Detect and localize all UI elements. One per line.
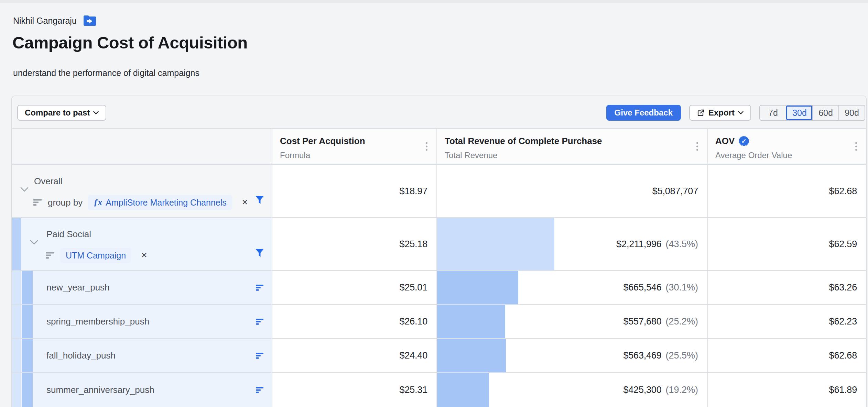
aov-value: $61.89 [829,385,857,395]
formula-fx-icon: ƒx [94,198,102,207]
breadcrumb-owner[interactable]: Nikhil Gangaraju [13,16,77,26]
row-label[interactable]: Overall [34,176,62,187]
row-label[interactable]: spring_membership_push [46,316,149,327]
indent-strip [12,218,21,270]
group-by-bars-icon[interactable] [256,284,264,291]
export-button[interactable]: Export [689,105,751,121]
column-menu-icon[interactable] [855,142,857,151]
collapse-row-icon[interactable] [20,187,29,192]
cpa-value: $24.40 [400,350,427,361]
aov-value: $62.68 [829,186,857,197]
header-cell-aov[interactable]: AOV ✓ Average Order Value [707,129,866,164]
revenue-bar [437,305,505,338]
row-label[interactable]: new_year_push [46,282,110,293]
indent-strip [22,271,33,304]
cell-revenue[interactable]: $563,469 (25.5%) [436,339,707,372]
column-menu-icon[interactable] [696,142,698,151]
column-title: Cost Per Acquistion [280,136,365,146]
revenue-value: $425,300 [623,385,661,395]
cell-aov[interactable]: $62.23 [707,305,866,338]
revenue-bar [437,373,489,407]
header-cell-cpa[interactable]: Cost Per Acquistion Formula [272,129,436,164]
compare-to-past-button[interactable]: Compare to past [17,105,106,121]
column-subtitle: Total Revenue [445,151,707,160]
chevron-down-icon [93,111,99,114]
cell-aov[interactable]: $61.89 [707,373,866,407]
remove-chip-icon[interactable]: ✕ [141,251,147,260]
chevron-down-icon [738,111,744,114]
verified-badge-icon: ✓ [739,136,749,146]
cell-cpa[interactable]: $25.18 [272,218,436,270]
indent-strip [22,373,33,407]
column-title: Total Revenue of Complete Purchase [445,136,602,146]
cpa-value: $26.10 [400,316,427,327]
cell-aov[interactable]: $62.59 [707,218,866,270]
group-by-bars-icon [33,199,42,206]
cell-revenue[interactable]: $425,300 (19.2%) [436,373,707,407]
analysis-panel: Compare to past Give Feedback Export 7d … [11,96,867,407]
row-label[interactable]: Paid Social [46,229,91,240]
compare-to-past-label: Compare to past [25,108,90,118]
page-subtitle: understand the performance of digital ca… [13,68,199,78]
revenue-bar [437,218,554,270]
group-by-bars-icon [46,252,55,259]
revenue-value: $2,211,996 [616,239,661,250]
aov-value: $62.68 [829,350,857,361]
revenue-percent: (25.2%) [665,316,698,327]
chip-label: UTM Campaign [66,251,126,261]
indent-strip [12,305,21,338]
cell-revenue[interactable]: $665,546 (30.1%) [436,271,707,304]
cell-cpa[interactable]: $24.40 [272,339,436,372]
page: Nikhil Gangaraju Campaign Cost of Acquis… [0,0,868,407]
remove-chip-icon[interactable]: ✕ [242,198,248,207]
column-menu-icon[interactable] [426,142,427,151]
indent-strip [22,305,33,338]
toolbar: Compare to past Give Feedback Export 7d … [12,96,866,129]
group-by-bars-icon[interactable] [256,318,264,325]
breadcrumb: Nikhil Gangaraju [13,15,96,26]
table-header-row: Cost Per Acquistion Formula Total Revenu… [12,129,866,164]
row-label-cell: spring_membership_push [12,305,272,338]
cell-revenue[interactable]: $2,211,996 (43.5%) [436,218,707,270]
header-cell-revenue[interactable]: Total Revenue of Complete Purchase Total… [436,129,707,164]
column-subtitle: Formula [280,151,436,160]
range-button-7d[interactable]: 7d [760,106,786,120]
cell-aov[interactable]: $62.68 [707,165,866,217]
revenue-bar [437,271,518,304]
header-cell-labels [12,129,272,164]
row-label-cell: new_year_push [12,271,272,304]
range-button-30d[interactable]: 30d [786,106,812,120]
range-button-60d[interactable]: 60d [812,106,838,120]
give-feedback-button[interactable]: Give Feedback [606,105,681,121]
revenue-percent: (30.1%) [665,282,698,293]
indent-strip [12,339,21,372]
table-row-campaign: fall_holiday_push $24.40 $563,469 (25.5%… [12,338,866,372]
range-button-90d[interactable]: 90d [838,106,865,120]
move-to-folder-icon[interactable] [84,15,96,26]
row-label-cell: summer_anniversary_push [12,373,272,407]
cell-cpa[interactable]: $18.97 [272,165,436,217]
collapse-row-icon[interactable] [30,240,38,245]
cell-cpa[interactable]: $25.31 [272,373,436,407]
toolbar-right-group: Give Feedback Export 7d 30d 60d 90d [606,105,865,121]
filter-funnel-icon[interactable] [255,196,264,204]
cell-revenue[interactable]: $557,680 (25.2%) [436,305,707,338]
cell-revenue[interactable]: $5,087,707 [436,165,707,217]
group-by-property-chip[interactable]: UTM Campaign [60,248,131,263]
cell-aov[interactable]: $62.68 [707,339,866,372]
revenue-value: $557,680 [623,316,661,327]
group-by-property-chip[interactable]: ƒx AmpliStore Marketing Channels [88,195,232,210]
indent-strip [12,373,21,407]
window-edge-strip [0,0,868,3]
filter-funnel-icon[interactable] [255,249,264,257]
cell-aov[interactable]: $63.26 [707,271,866,304]
aov-value: $62.23 [829,316,857,327]
table-row-campaign: new_year_push $25.01 $665,546 (30.1%) $6… [12,270,866,304]
row-label[interactable]: fall_holiday_push [46,350,116,361]
group-by-bars-icon[interactable] [256,387,264,394]
cell-cpa[interactable]: $26.10 [272,305,436,338]
group-by-bars-icon[interactable] [256,352,264,359]
revenue-bar [437,339,506,372]
cell-cpa[interactable]: $25.01 [272,271,436,304]
row-label[interactable]: summer_anniversary_push [46,385,154,395]
